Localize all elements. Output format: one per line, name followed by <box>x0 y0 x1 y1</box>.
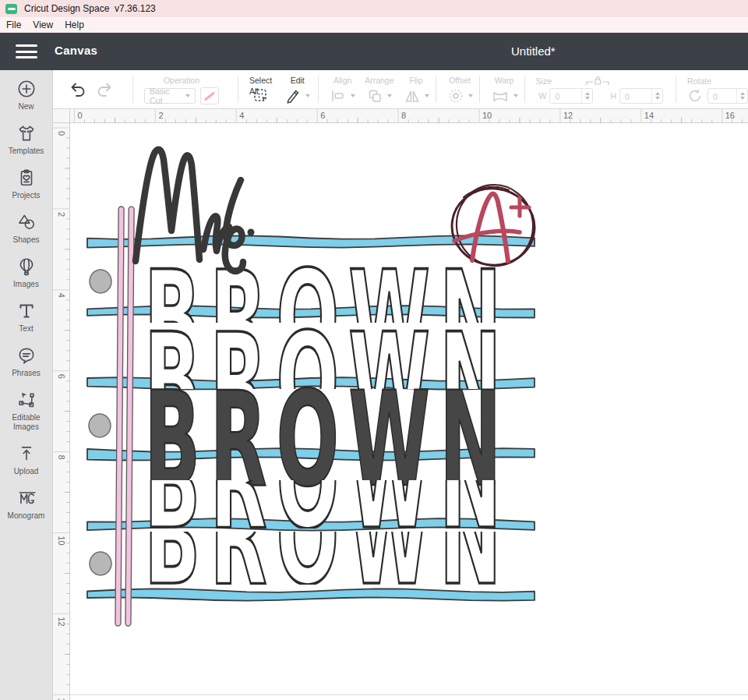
toolbar-divider <box>436 76 436 103</box>
svg-text:4: 4 <box>239 111 244 120</box>
redo-icon <box>95 80 114 99</box>
script-period <box>248 229 255 236</box>
chevron-down-icon <box>351 94 355 97</box>
flip-group[interactable]: Flip <box>404 75 429 104</box>
svg-text:8: 8 <box>57 455 66 460</box>
svg-text:6: 6 <box>57 374 66 379</box>
edit-group[interactable]: Edit <box>284 75 310 104</box>
artwork-grade-stamp[interactable] <box>447 180 540 270</box>
menu-help[interactable]: Help <box>65 19 84 30</box>
chevron-down-icon <box>305 94 310 97</box>
monogram-icon <box>16 488 37 508</box>
new-icon <box>16 79 37 99</box>
sidebar-item-phrases[interactable]: Phrases <box>2 345 51 378</box>
punch-hole[interactable] <box>89 414 111 437</box>
sidebar-item-projects[interactable]: Projects <box>2 168 51 200</box>
punch-hole[interactable] <box>90 552 111 575</box>
offset-icon <box>447 87 464 104</box>
stepper-arrows-icon[interactable] <box>736 89 747 103</box>
width-input[interactable]: 0 <box>549 88 593 104</box>
undo-button[interactable] <box>69 80 87 99</box>
window-title: Cricut Design Space v7.36.123 <box>24 3 156 14</box>
punch-hole[interactable] <box>90 270 111 293</box>
svg-text:10: 10 <box>57 536 66 546</box>
canvas[interactable]: BROWN BROWN BROWN BROWN BROWN <box>70 123 748 700</box>
upload-icon <box>16 444 37 464</box>
sidebar-item-upload[interactable]: Upload <box>2 444 51 476</box>
sidebar: New Templates Projects Shapes Images Tex… <box>0 70 53 700</box>
arrange-group[interactable]: Arrange <box>365 75 393 104</box>
toolbar-divider <box>676 76 676 103</box>
svg-text:8: 8 <box>401 111 406 120</box>
sidebar-item-editable-images[interactable]: Editable Images <box>2 390 51 432</box>
redo-button[interactable] <box>95 80 114 99</box>
sidebar-item-new[interactable]: New <box>2 79 51 111</box>
rotate-input[interactable]: 0 <box>707 88 748 104</box>
notebook-line[interactable] <box>87 589 535 600</box>
size-lock-icon[interactable] <box>584 75 611 86</box>
view-title: Canvas <box>55 44 97 57</box>
clipboard-heart-icon <box>16 168 37 188</box>
horizontal-ruler: 0246810121416 <box>70 109 748 123</box>
svg-text:2: 2 <box>57 212 66 217</box>
chevron-down-icon <box>185 94 190 97</box>
color-swatch[interactable] <box>200 87 219 104</box>
window-titlebar: Cricut Design Space v7.36.123 <box>0 0 748 17</box>
artwork-script-mrs[interactable] <box>136 150 255 271</box>
arrange-icon <box>366 87 383 104</box>
align-icon <box>330 87 347 104</box>
stepper-arrows-icon[interactable] <box>651 89 662 103</box>
margin-line[interactable] <box>115 207 124 626</box>
artwork-margin-lines[interactable] <box>115 207 134 626</box>
svg-text:12: 12 <box>563 111 573 120</box>
sidebar-item-images[interactable]: Images <box>2 256 51 289</box>
margin-line[interactable] <box>125 207 134 626</box>
sidebar-item-text[interactable]: Text <box>2 301 51 334</box>
chevron-down-icon <box>513 94 518 97</box>
sidebar-item-monogram[interactable]: Monogram <box>2 488 51 521</box>
rotate-group: Rotate 0 <box>687 76 748 104</box>
menu-file[interactable]: File <box>6 19 21 30</box>
operation-select[interactable]: Basic Cut <box>144 88 196 104</box>
shapes-icon <box>16 212 37 232</box>
svg-text:12: 12 <box>57 617 66 626</box>
offset-group[interactable]: Offset <box>447 75 473 104</box>
toolbar: Operation Basic Cut Select All Edit <box>53 70 748 109</box>
pencil-icon <box>284 87 302 104</box>
toolbar-divider <box>479 76 480 103</box>
toolbar-divider <box>524 76 525 103</box>
hamburger-menu-icon[interactable] <box>16 44 37 58</box>
document-title: Untitled* <box>511 44 556 58</box>
text-icon <box>16 301 37 321</box>
height-input[interactable]: 0 <box>619 88 663 104</box>
toolbar-divider <box>132 76 133 103</box>
svg-text:6: 6 <box>320 111 325 120</box>
menu-view[interactable]: View <box>33 19 53 30</box>
flip-icon <box>404 87 421 104</box>
align-group[interactable]: Align <box>330 75 355 104</box>
svg-text:4: 4 <box>57 293 66 298</box>
svg-text:16: 16 <box>725 111 735 120</box>
cricut-logo-icon <box>5 4 17 14</box>
editable-images-icon <box>16 390 37 410</box>
ruler-corner <box>53 109 70 123</box>
sidebar-item-shapes[interactable]: Shapes <box>2 212 51 245</box>
svg-text:2: 2 <box>158 111 163 120</box>
rotate-icon <box>687 88 703 104</box>
select-all-group[interactable]: Select All <box>249 75 272 104</box>
chevron-down-icon <box>468 94 473 97</box>
size-group: Size W 0 H 0 <box>536 76 664 104</box>
chevron-down-icon <box>387 94 392 97</box>
speech-bubble-icon <box>16 345 37 366</box>
svg-text:0: 0 <box>57 131 66 136</box>
sidebar-item-templates[interactable]: Templates <box>2 123 51 156</box>
menubar: File View Help <box>0 17 748 33</box>
operation-group: Operation Basic Cut <box>144 75 219 104</box>
chevron-down-icon <box>425 94 429 97</box>
stepper-arrows-icon[interactable] <box>581 89 592 103</box>
tshirt-icon <box>16 123 37 143</box>
warp-group[interactable]: Warp <box>491 75 518 104</box>
vertical-ruler: 02468101214 <box>53 123 70 700</box>
select-all-icon <box>252 87 270 104</box>
artwork-stacked-name[interactable]: BROWN BROWN BROWN BROWN BROWN <box>144 242 511 614</box>
